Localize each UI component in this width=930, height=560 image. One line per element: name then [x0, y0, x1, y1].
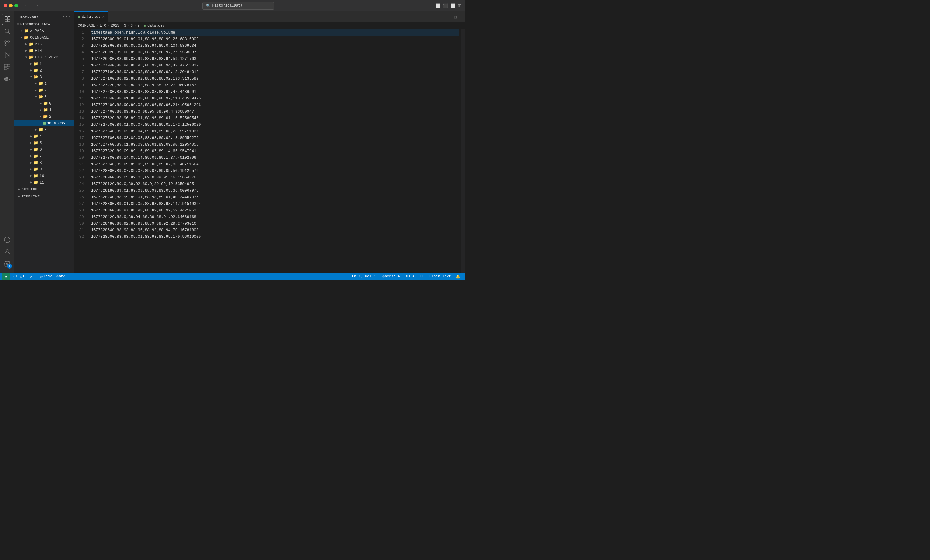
- code-line-19[interactable]: 1677827820,89.09,89.16,89.07,89.14,65.95…: [91, 148, 459, 154]
- tree-item-4[interactable]: ▶ 📁 4: [14, 133, 74, 140]
- tree-item-2a[interactable]: ▶ 📁 2: [14, 67, 74, 74]
- nav-forward-button[interactable]: →: [32, 2, 41, 9]
- tree-item-root[interactable]: ▼ HISTORICALDATA: [14, 21, 74, 28]
- code-line-21[interactable]: 1677827940,89.09,89.09,89.05,89.07,86.40…: [91, 161, 459, 168]
- fullscreen-button[interactable]: [14, 4, 18, 8]
- tree-item-ltc2023[interactable]: ▼ 📂 LTC / 2023: [14, 54, 74, 60]
- status-liveshare[interactable]: ◎ Live Share: [38, 273, 68, 280]
- tree-item-11[interactable]: ▶ 📁 11: [14, 179, 74, 186]
- tree-item-7[interactable]: ▶ 📁 7: [14, 153, 74, 159]
- tree-item-3-3-1[interactable]: ▶ 📁 1: [14, 107, 74, 113]
- tree-item-data-csv[interactable]: ▦ data.csv: [14, 120, 74, 126]
- tree-item-3-2[interactable]: ▶ 📁 2: [14, 87, 74, 94]
- search-bar[interactable]: 🔍 HistoricalData: [202, 2, 274, 9]
- layout-button-2[interactable]: ⬛: [443, 3, 448, 8]
- code-line-9[interactable]: 1677827220,88.92,88.92,88.9,88.92,27.060…: [91, 82, 459, 89]
- tree-item-9[interactable]: ▶ 📁 9: [14, 166, 74, 172]
- breadcrumb-item-2023[interactable]: 2023: [111, 24, 120, 28]
- code-line-17[interactable]: 1677827700,89.03,89.03,88.98,89.02,13.89…: [91, 135, 459, 142]
- tree-item-5[interactable]: ▶ 📁 5: [14, 140, 74, 146]
- status-remote[interactable]: ⇄ 0: [28, 273, 38, 280]
- code-editor[interactable]: timestamp,open,high,low,close,volume1677…: [89, 29, 461, 273]
- layout-button-3[interactable]: ⬜: [450, 3, 456, 8]
- tree-item-8[interactable]: ▶ 📁 8: [14, 159, 74, 166]
- code-line-1[interactable]: timestamp,open,high,low,close,volume: [91, 29, 459, 36]
- status-encoding[interactable]: UTF-8: [402, 273, 418, 280]
- activity-icon-extensions[interactable]: [2, 62, 12, 72]
- breadcrumb-item-datacsv[interactable]: data.csv: [148, 24, 165, 28]
- code-line-29[interactable]: 1677828420,88.9,88.94,88.89,88.91,92.646…: [91, 214, 459, 220]
- code-line-20[interactable]: 1677827880,89.14,89.14,89.09,89.1,37.401…: [91, 154, 459, 161]
- status-branch[interactable]: ⊞: [2, 273, 11, 280]
- code-line-4[interactable]: 1677826920,89.03,89.03,88.97,88.97,77.95…: [91, 49, 459, 56]
- code-line-3[interactable]: 1677826860,88.99,89.02,88.94,89.0,104.58…: [91, 43, 459, 49]
- tree-item-10[interactable]: ▶ 📁 10: [14, 172, 74, 179]
- timeline-header[interactable]: ▶ TIMELINE: [14, 193, 74, 200]
- code-line-13[interactable]: 1677827460,88.99,89.0,88.95,88.96,4.9368…: [91, 108, 459, 115]
- activity-icon-search[interactable]: [2, 26, 12, 37]
- tree-item-3[interactable]: ▼ 📂 3: [14, 74, 74, 80]
- tree-item-6[interactable]: ▶ 📁 6: [14, 146, 74, 153]
- code-line-2[interactable]: 1677826800,89.01,89.01,88.96,88.99,26.68…: [91, 36, 459, 43]
- tab-close-button[interactable]: ✕: [102, 15, 105, 19]
- code-line-5[interactable]: 1677826980,88.99,88.99,88.93,88.94,59.12…: [91, 56, 459, 62]
- code-line-15[interactable]: 1677827580,89.01,89.07,89.01,89.02,172.1…: [91, 122, 459, 128]
- code-line-23[interactable]: 1677828060,89.05,89.05,89.0,89.01,16.456…: [91, 174, 459, 181]
- code-line-10[interactable]: 1677827280,88.92,88.92,88.88,88.92,47.44…: [91, 89, 459, 95]
- code-line-22[interactable]: 1677828000,89.07,89.07,89.02,89.05,50.19…: [91, 168, 459, 174]
- split-editor-button[interactable]: ⊡: [454, 14, 457, 19]
- status-spaces[interactable]: Spaces: 4: [378, 273, 402, 280]
- code-line-6[interactable]: 1677827040,88.94,88.95,88.93,88.94,42.47…: [91, 62, 459, 69]
- status-line-ending[interactable]: LF: [418, 273, 427, 280]
- tree-item-3-3-0[interactable]: ▶ 📁 0: [14, 100, 74, 107]
- tree-item-3-1[interactable]: ▶ 📁 1: [14, 80, 74, 87]
- status-language[interactable]: Plain Text: [427, 273, 453, 280]
- nav-back-button[interactable]: ←: [23, 2, 31, 9]
- code-line-27[interactable]: 1677828300,89.01,89.05,88.98,88.98,147.9…: [91, 201, 459, 207]
- code-line-25[interactable]: 1677828180,89.01,89.03,88.99,89.03,36.00…: [91, 188, 459, 194]
- activity-icon-settings[interactable]: 1: [2, 258, 12, 269]
- code-line-24[interactable]: 1677828120,89.0,89.02,89.0,89.02,12.5359…: [91, 181, 459, 188]
- tree-item-alpaca[interactable]: ▶ 📁 ALPACA: [14, 28, 74, 34]
- activity-icon-run[interactable]: [2, 50, 12, 60]
- tab-data-csv[interactable]: ▦ data.csv ✕: [74, 11, 108, 22]
- code-line-26[interactable]: 1677828240,88.99,89.01,88.98,89.01,40.34…: [91, 194, 459, 201]
- breadcrumb-item-3b[interactable]: 3: [131, 24, 133, 28]
- activity-icon-source-control[interactable]: [2, 38, 12, 49]
- breadcrumb-item-ltc[interactable]: LTC: [100, 24, 106, 28]
- tree-item-3-3[interactable]: ▼ 📂 3: [14, 94, 74, 100]
- activity-icon-docker[interactable]: [2, 74, 12, 85]
- code-line-18[interactable]: 1677827760,89.01,89.09,89.01,89.09,90.12…: [91, 142, 459, 148]
- breadcrumb-item-3[interactable]: 3: [124, 24, 126, 28]
- tree-item-1a[interactable]: ▶ 📁 1: [14, 60, 74, 67]
- tree-item-coinbase[interactable]: ▼ 📂 COINBASE: [14, 34, 74, 41]
- breadcrumb-item-coinbase[interactable]: COINBASE: [78, 24, 95, 28]
- code-line-30[interactable]: 1677828480,88.92,88.93,88.9,88.92,29.277…: [91, 220, 459, 227]
- code-line-8[interactable]: 1677827160,88.92,88.92,88.86,88.92,193.3…: [91, 75, 459, 82]
- code-line-11[interactable]: 1677827340,88.91,88.98,88.88,88.97,110.4…: [91, 95, 459, 102]
- tree-item-eth[interactable]: ▶ 📁 ETH: [14, 47, 74, 54]
- tree-item-btc[interactable]: ▶ 📁 BTC: [14, 41, 74, 47]
- code-line-32[interactable]: 1677828600,88.93,89.01,88.93,88.95,179.9…: [91, 234, 459, 240]
- code-line-12[interactable]: 1677827400,88.99,89.03,88.96,88.96,214.0…: [91, 102, 459, 108]
- status-ln-col[interactable]: Ln 1, Col 1: [350, 273, 378, 280]
- tree-item-3-3-2[interactable]: ▼ 📂 2: [14, 113, 74, 120]
- code-line-31[interactable]: 1677828540,88.93,88.96,88.92,88.94,70.16…: [91, 227, 459, 234]
- outline-header[interactable]: ▶ OUTLINE: [14, 186, 74, 193]
- close-button[interactable]: [4, 4, 7, 8]
- tree-item-3b[interactable]: ▶ 📁 3: [14, 126, 74, 133]
- breadcrumb-item-2[interactable]: 2: [137, 24, 139, 28]
- more-tab-actions-button[interactable]: ···: [459, 14, 463, 19]
- activity-icon-remote[interactable]: [2, 234, 12, 245]
- code-line-28[interactable]: 1677828360,88.97,88.98,88.89,88.92,59.44…: [91, 207, 459, 214]
- activity-icon-explorer[interactable]: [2, 14, 12, 25]
- code-line-16[interactable]: 1677827640,89.02,89.04,89.01,89.03,25.59…: [91, 128, 459, 135]
- layout-button-1[interactable]: ⬜: [435, 3, 440, 8]
- more-actions-icon[interactable]: ···: [62, 14, 71, 19]
- minimize-button[interactable]: [9, 4, 12, 8]
- code-line-7[interactable]: 1677827100,88.92,88.93,88.92,88.93,18.20…: [91, 69, 459, 75]
- activity-icon-account[interactable]: [2, 246, 12, 257]
- status-bell[interactable]: 🔔: [453, 273, 463, 280]
- code-line-14[interactable]: 1677827520,88.96,89.01,88.96,89.01,15.52…: [91, 115, 459, 122]
- status-errors[interactable]: ⊘ 0 ⚠ 0: [11, 273, 28, 280]
